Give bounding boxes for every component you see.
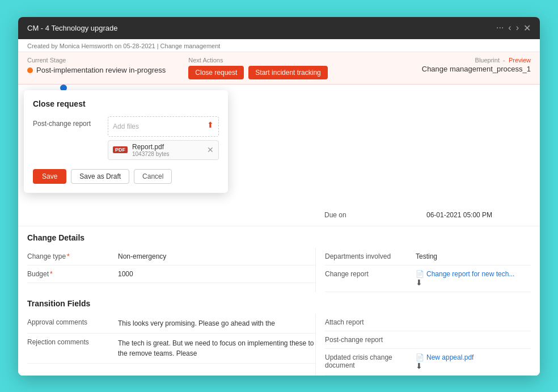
file-item: PDF Report.pdf 1043728 bytes ✕ — [108, 140, 219, 160]
transition-right: Attach report Post-change report Updated… — [315, 314, 531, 376]
post-change-label: Post-change report — [33, 116, 101, 160]
departments-value: Testing — [416, 252, 531, 260]
post-change-report-row: Post-change report — [325, 331, 531, 349]
save-button[interactable]: Save — [33, 169, 66, 184]
cancel-button[interactable]: Cancel — [134, 169, 172, 184]
modal-actions: Save Save as Draft Cancel — [33, 169, 219, 184]
due-value: 06-01-2021 05:00 PM — [426, 211, 531, 219]
crisis-value: 📄 New appeal.pdf ⬇ — [416, 353, 531, 370]
rejection-row: Rejection comments The tech is great. Bu… — [27, 334, 315, 364]
stage-dot-icon — [27, 68, 33, 73]
transition-left: Approval comments This looks very promis… — [27, 314, 315, 376]
departments-row: Departments involved Testing — [325, 248, 531, 265]
blueprint-label: Blueprint - Preview — [422, 57, 531, 64]
window-body: Created by Monica Hemsworth on 05-28-202… — [18, 39, 540, 376]
file-info: Report.pdf 1043728 bytes — [132, 143, 202, 157]
start-incident-button[interactable]: Start incident tracking — [248, 66, 327, 79]
change-report-row: Change report 📄 Change report for new te… — [325, 265, 531, 292]
attach-report-label: Attach report — [325, 318, 416, 326]
next-icon[interactable]: › — [516, 23, 519, 33]
main-window: CM - 4 Technology upgrade ··· ‹ › ✕ Crea… — [18, 17, 540, 376]
change-details-section: Change Details Change type* Non-emergenc… — [18, 233, 540, 292]
due-label: Due on — [324, 211, 415, 219]
file-upload-area[interactable]: Add files ⬆ — [108, 116, 219, 137]
required-star: * — [67, 252, 70, 260]
file-name: Report.pdf — [132, 143, 202, 151]
actions-buttons: Close request Start incident tracking — [188, 66, 327, 79]
transition-title: Transition Fields — [27, 299, 531, 308]
scrollable-content: Close request Post-change report Add fil… — [18, 85, 540, 376]
due-info: Due on 06-01-2021 05:00 PM — [315, 211, 531, 219]
file-upload-field: Add files ⬆ PDF Report.pdf 1043728 bytes… — [108, 116, 219, 160]
post-change-report-label: Post-change report — [325, 336, 416, 344]
crisis-download-icon[interactable]: ⬇ — [416, 361, 422, 370]
modal-title: Close request — [33, 99, 219, 108]
change-type-value: Non-emergency — [118, 252, 315, 260]
approval-row: Approval comments This looks very promis… — [27, 314, 315, 334]
post-change-row: Post-change report Add files ⬆ PDF Repor… — [33, 116, 219, 160]
blueprint-value: Change management_process_1 — [422, 65, 531, 73]
current-stage-section: Current Stage Post-implementation review… — [27, 57, 166, 74]
blueprint-section: Blueprint - Preview Change management_pr… — [422, 57, 531, 73]
rejection-label: Rejection comments — [27, 338, 118, 346]
file-badge: PDF — [113, 146, 128, 153]
change-details-rows: Change type* Non-emergency Budget* 1000 — [27, 248, 531, 292]
next-actions-section: Next Actions Close request Start inciden… — [188, 57, 327, 79]
change-details-left: Change type* Non-emergency Budget* 1000 — [27, 248, 315, 292]
crisis-document-row: Updated crisis change document 📄 New app… — [325, 349, 531, 376]
download-icon[interactable]: ⬇ — [416, 278, 422, 287]
close-request-modal: Close request Post-change report Add fil… — [24, 90, 228, 193]
approval-label: Approval comments — [27, 318, 118, 326]
crisis-link[interactable]: 📄 New appeal.pdf — [416, 353, 531, 361]
close-icon[interactable]: ✕ — [523, 23, 531, 33]
attach-report-row: Attach report — [325, 314, 531, 331]
budget-required-star: * — [50, 270, 53, 278]
upload-icon: ⬆ — [207, 120, 214, 129]
change-report-label: Change report — [325, 270, 416, 278]
budget-value: 1000 — [118, 270, 315, 278]
stage-bar: Current Stage Post-implementation review… — [18, 52, 540, 85]
header-meta: Created by Monica Hemsworth on 05-28-202… — [18, 39, 540, 52]
file-remove-icon[interactable]: ✕ — [207, 145, 214, 154]
departments-label: Departments involved — [325, 252, 416, 260]
window-subtitle: Created by Monica Hemsworth on 05-28-202… — [27, 43, 220, 49]
current-stage-label: Current Stage — [27, 57, 166, 64]
window-controls: ··· ‹ › ✕ — [496, 23, 531, 33]
change-type-row: Change type* Non-emergency — [27, 248, 315, 265]
more-options-icon[interactable]: ··· — [496, 23, 504, 33]
file-size: 1043728 bytes — [132, 151, 202, 157]
change-type-label: Change type* — [27, 252, 118, 260]
title-bar: CM - 4 Technology upgrade ··· ‹ › ✕ — [18, 17, 540, 39]
due-row: Due on 06-01-2021 05:00 PM — [18, 204, 540, 226]
transition-rows: Approval comments This looks very promis… — [27, 314, 531, 376]
budget-row: Budget* 1000 — [27, 265, 315, 283]
file-upload-placeholder: Add files — [113, 123, 139, 130]
budget-label: Budget* — [27, 270, 118, 278]
change-report-value: 📄 Change report for new tech... ⬇ — [416, 270, 531, 287]
prev-icon[interactable]: ‹ — [508, 23, 511, 33]
close-request-button[interactable]: Close request — [188, 66, 244, 79]
preview-link[interactable]: Preview — [509, 57, 531, 64]
change-details-right: Departments involved Testing Change repo… — [315, 248, 531, 292]
save-draft-button[interactable]: Save as Draft — [71, 169, 129, 184]
next-actions-label: Next Actions — [188, 57, 327, 64]
transition-fields-section: Transition Fields Approval comments This… — [18, 299, 540, 376]
change-details-title: Change Details — [27, 233, 531, 242]
approval-value: This looks very promising. Please go ahe… — [118, 318, 315, 328]
rejection-value: The tech is great. But we need to focus … — [118, 338, 315, 359]
crisis-label: Updated crisis change document — [325, 353, 416, 369]
window-title: CM - 4 Technology upgrade — [27, 24, 117, 32]
change-report-link[interactable]: 📄 Change report for new tech... — [416, 270, 531, 278]
current-stage-value: Post-implementation review in-progress — [27, 66, 166, 74]
